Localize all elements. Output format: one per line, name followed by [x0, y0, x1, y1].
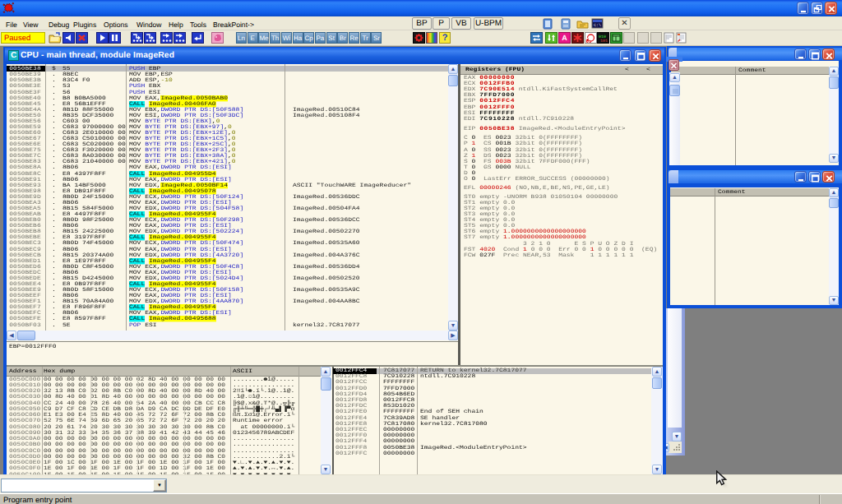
svg-text:101: 101 [600, 39, 608, 43]
svg-text:C:\: C:\ [594, 23, 601, 28]
